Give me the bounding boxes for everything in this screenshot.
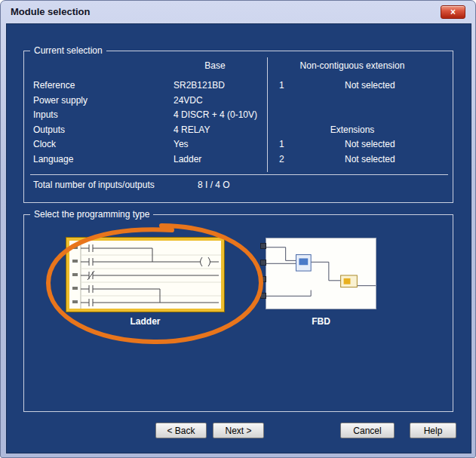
dialog-body: Current selection Base Reference SR2B121… [6, 23, 471, 453]
window-title: Module selection [11, 6, 90, 17]
back-button[interactable]: < Back [155, 423, 207, 438]
base-header: Base [174, 60, 256, 71]
programming-type-legend: Select the programming type [30, 209, 153, 220]
next-button[interactable]: Next > [213, 423, 264, 438]
label-reference: Reference [33, 80, 75, 91]
fbd-option-label[interactable]: FBD [266, 316, 376, 327]
value-language: Ladder [174, 154, 201, 164]
ladder-option-label[interactable]: Ladder [66, 316, 224, 327]
value-power-supply: 24VDC [174, 95, 203, 106]
current-selection-group: Current selection Base Reference SR2B121… [23, 51, 453, 203]
title-bar: Module selection × [1, 1, 475, 23]
fbd-option-tile[interactable] [266, 238, 376, 309]
extensions-header: Extensions [273, 124, 431, 135]
programming-type-group: Select the programming type [23, 214, 453, 412]
cancel-button[interactable]: Cancel [340, 423, 395, 438]
ladder-option-tile[interactable] [66, 238, 224, 312]
module-selection-dialog: Module selection × Current selection Bas… [0, 0, 476, 458]
total-io-value: 8 I / 4 O [198, 180, 230, 190]
extension-1-status: Not selected [345, 139, 395, 149]
label-inputs: Inputs [33, 109, 58, 120]
total-io-label: Total number of inputs/outputs [33, 180, 155, 190]
non-contiguous-header: Non-contiguous extension [273, 60, 431, 71]
close-button[interactable]: × [441, 5, 465, 19]
column-divider [267, 57, 268, 172]
value-inputs: 4 DISCR + 4 (0-10V) [174, 109, 257, 120]
current-selection-legend: Current selection [30, 45, 106, 57]
ladder-diagram-icon [69, 241, 221, 309]
fbd-diagram-icon [266, 238, 376, 309]
fbd-pin-icon [260, 276, 266, 282]
fbd-pin-icon [260, 243, 266, 249]
help-button[interactable]: Help [410, 423, 456, 438]
value-outputs: 4 RELAY [174, 124, 210, 135]
fbd-pin-icon [260, 293, 266, 299]
label-clock: Clock [33, 139, 56, 149]
extension-2-status: Not selected [345, 154, 395, 164]
value-clock: Yes [174, 139, 189, 149]
non-contiguous-row-index: 1 [279, 80, 284, 91]
close-icon: × [450, 7, 456, 17]
label-language: Language [33, 154, 73, 164]
non-contiguous-row-status: Not selected [345, 80, 395, 91]
fbd-pin-icon [260, 260, 266, 266]
extension-1-index: 1 [279, 139, 284, 149]
extension-2-index: 2 [279, 154, 284, 164]
label-power-supply: Power supply [33, 95, 88, 106]
total-divider [30, 174, 448, 175]
value-reference: SR2B121BD [174, 80, 225, 91]
label-outputs: Outputs [33, 124, 65, 135]
